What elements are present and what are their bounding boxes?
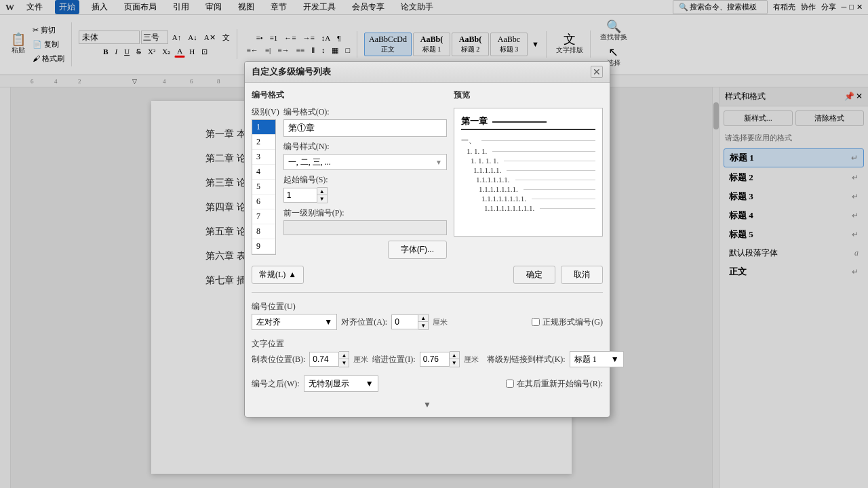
indent-input[interactable] bbox=[420, 352, 450, 367]
tab-stop-input-group: ▲ ▼ bbox=[309, 351, 349, 367]
level-item-9[interactable]: 9 bbox=[252, 239, 275, 254]
main-action-row: 常规(L) ▲ 确定 取消 bbox=[252, 266, 603, 284]
text-pos-row: 制表位位置(B): ▲ ▼ 厘米 缩进位置(I): ▲ bbox=[252, 351, 603, 367]
tab-stop-spinners: ▲ ▼ bbox=[339, 351, 349, 367]
start-label: 起始编号(S): bbox=[283, 174, 447, 186]
expand-arrow[interactable]: ▼ bbox=[423, 400, 431, 410]
align-dropdown[interactable]: 左对齐 ▼ bbox=[252, 314, 337, 330]
align-pos-spinners: ▲ ▼ bbox=[418, 314, 429, 330]
numbering-dialog: 自定义多级编号列表 ✕ 编号格式 级别(V) 1 2 3 4 bbox=[244, 61, 610, 418]
collapse-arrow: ▲ bbox=[288, 270, 296, 280]
link-style-label: 将级别链接到样式(K): bbox=[487, 354, 566, 365]
prev-section: 前一级别编号(P): bbox=[283, 207, 447, 235]
font-btn[interactable]: 字体(F)... bbox=[388, 241, 447, 259]
format-n-dropdown[interactable]: 一, 二, 三, ... ▼ bbox=[283, 154, 447, 170]
preview-line-6: 1.1.1.1.1.1.1. bbox=[461, 185, 595, 193]
level-item-1[interactable]: 1 bbox=[252, 120, 275, 135]
modal-overlay: 自定义多级编号列表 ✕ 编号格式 级别(V) 1 2 3 4 bbox=[0, 0, 868, 488]
format-o-section: 编号格式(O): bbox=[283, 106, 447, 137]
start-number-input: ▲ ▼ bbox=[283, 187, 447, 203]
collapse-btn[interactable]: 常规(L) ▲ bbox=[252, 266, 304, 284]
preview-chapter-dash bbox=[492, 121, 547, 123]
collapse-label: 常规(L) bbox=[259, 269, 285, 281]
level-item-7[interactable]: 7 bbox=[252, 209, 275, 224]
level-item-8[interactable]: 8 bbox=[252, 224, 275, 239]
format-n-value: 一, 二, 三, ... bbox=[288, 157, 331, 168]
preview-line-4: 1.1.1.1.1. bbox=[461, 166, 595, 174]
tab-spin-down[interactable]: ▼ bbox=[339, 359, 349, 367]
align-pos-label: 对齐位置(A): bbox=[341, 317, 387, 328]
regular-format-checkbox[interactable] bbox=[532, 318, 540, 326]
expand-row: ▼ bbox=[252, 400, 603, 410]
level-item-6[interactable]: 6 bbox=[252, 195, 275, 209]
align-pos-unit: 厘米 bbox=[433, 317, 448, 327]
preview-dash-2 bbox=[492, 151, 595, 152]
level-list: 1 2 3 4 5 6 7 8 9 bbox=[252, 119, 276, 255]
preview-line-text-1: 一、 bbox=[461, 136, 476, 146]
preview-chapter-line: 第一章 bbox=[461, 115, 595, 130]
preview-dash-8 bbox=[540, 208, 595, 209]
tab-spin-up[interactable]: ▲ bbox=[339, 352, 349, 359]
align-arrow: ▼ bbox=[324, 317, 332, 327]
preview-line-text-8: 1.1.1.1.1.1.1.1.1. bbox=[484, 204, 534, 212]
preview-line-text-6: 1.1.1.1.1.1.1. bbox=[479, 185, 518, 193]
preview-chapter-text: 第一章 bbox=[461, 116, 488, 126]
start-section: 起始编号(S): ▲ ▼ bbox=[283, 174, 447, 203]
preview-line-text-5: 1.1.1.1.1.1. bbox=[476, 176, 510, 184]
level-item-4[interactable]: 4 bbox=[252, 165, 275, 180]
link-style-arrow: ▼ bbox=[611, 354, 619, 365]
modal-body: 编号格式 级别(V) 1 2 3 4 5 6 7 8 bbox=[245, 83, 610, 266]
preview-line-2: 1. 1. 1. bbox=[461, 147, 595, 155]
numbering-after-label: 编号之后(W): bbox=[252, 378, 300, 390]
align-row: 左对齐 ▼ 对齐位置(A): ▲ ▼ 厘米 bbox=[252, 314, 603, 330]
tab-stop-input[interactable] bbox=[309, 352, 339, 367]
format-o-input[interactable] bbox=[283, 119, 447, 137]
tab-stop-label: 制表位位置(B): bbox=[252, 354, 305, 365]
preview-dash-5 bbox=[515, 180, 596, 180]
preview-dash-6 bbox=[524, 189, 595, 190]
preview-dash-1 bbox=[481, 140, 595, 141]
modal-close-btn[interactable]: ✕ bbox=[591, 66, 603, 78]
level-section: 级别(V) 1 2 3 4 5 6 7 8 9 bbox=[252, 106, 279, 259]
modal-titlebar: 自定义多级编号列表 ✕ bbox=[245, 62, 610, 83]
preview-line-7: 1.1.1.1.1.1.1.1. bbox=[461, 195, 595, 203]
numbering-after-arrow: ▼ bbox=[366, 379, 374, 389]
start-spin-down[interactable]: ▼ bbox=[317, 195, 327, 203]
preview-dash-4 bbox=[507, 170, 595, 171]
modal-right-section: 预览 第一章 一、 1. 1. 1. 1. 1. 1. bbox=[454, 89, 603, 259]
link-style-dropdown[interactable]: 标题 1 ▼ bbox=[570, 351, 624, 367]
align-pos-input[interactable] bbox=[391, 314, 418, 329]
numbering-after-value: 无特别显示 bbox=[309, 378, 349, 390]
position-label: 编号位置(U) bbox=[252, 301, 603, 312]
format-o-label: 编号格式(O): bbox=[283, 106, 447, 118]
preview-line-3: 1. 1. 1. 1. bbox=[461, 157, 595, 165]
start-value-input[interactable] bbox=[283, 188, 317, 203]
modal-title: 自定义多级编号列表 bbox=[252, 66, 331, 78]
font-btn-section: 字体(F)... bbox=[283, 241, 447, 259]
indent-spin-up[interactable]: ▲ bbox=[450, 352, 459, 359]
cancel-btn[interactable]: 取消 bbox=[561, 266, 603, 284]
prev-label: 前一级别编号(P): bbox=[283, 207, 447, 219]
restart-label: 在其后重新开始编号(R): bbox=[517, 378, 603, 390]
indent-spin-down[interactable]: ▼ bbox=[450, 359, 459, 367]
format-n-label: 编号样式(N): bbox=[283, 141, 447, 152]
align-spin-up[interactable]: ▲ bbox=[418, 314, 428, 322]
text-position-section: 文字位置 制表位位置(B): ▲ ▼ 厘米 缩进位置(I): bbox=[252, 338, 603, 370]
numbering-after-dropdown[interactable]: 无特别显示 ▼ bbox=[304, 375, 378, 392]
align-value: 左对齐 bbox=[256, 317, 281, 328]
level-item-2[interactable]: 2 bbox=[252, 135, 275, 150]
restart-checkbox[interactable] bbox=[506, 380, 514, 388]
modal-left-section: 编号格式 级别(V) 1 2 3 4 5 6 7 8 bbox=[252, 89, 447, 259]
start-spin-up[interactable]: ▲ bbox=[317, 188, 327, 195]
modal-bottom: 常规(L) ▲ 确定 取消 编号位置(U) 左对齐 ▼ 对齐位置(A): bbox=[245, 266, 610, 417]
preview-label: 预览 bbox=[454, 89, 603, 101]
level-format-row: 级别(V) 1 2 3 4 5 6 7 8 9 bbox=[252, 106, 447, 259]
preview-box: 第一章 一、 1. 1. 1. 1. 1. 1. 1. bbox=[454, 108, 603, 237]
ok-btn[interactable]: 确定 bbox=[513, 266, 555, 284]
level-item-3[interactable]: 3 bbox=[252, 150, 275, 165]
indent-input-group: ▲ ▼ bbox=[420, 351, 460, 367]
link-style-value: 标题 1 bbox=[574, 354, 597, 365]
level-item-5[interactable]: 5 bbox=[252, 180, 275, 195]
dropdown-arrow: ▼ bbox=[435, 159, 442, 166]
align-spin-down[interactable]: ▼ bbox=[418, 322, 428, 329]
